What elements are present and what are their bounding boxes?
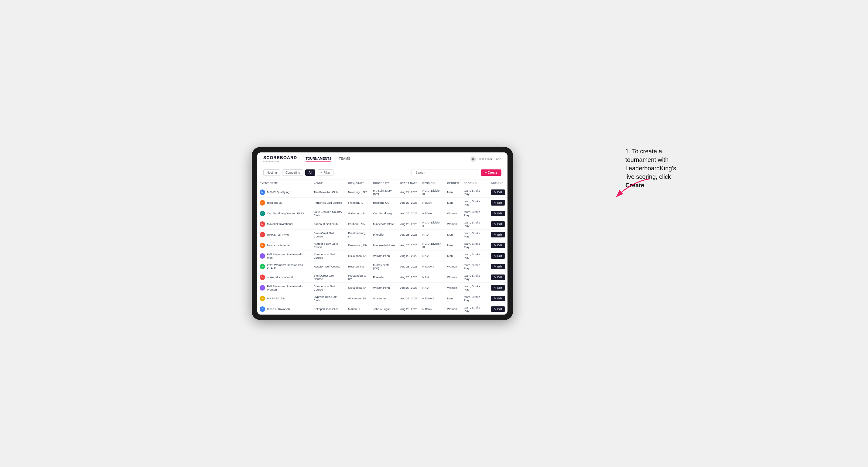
brand-title: SCOREBOARD — [263, 155, 297, 160]
cell-venue: StoneCrest Golf Course — [311, 229, 346, 240]
create-button[interactable]: + Create — [481, 169, 501, 176]
nav-left: SCOREBOARD Powered by Clippt TOURNAMENTS… — [263, 155, 350, 162]
table-row: M MSMC Qualifying 1 The Powelton Club Ne… — [257, 187, 507, 197]
cell-hosted: William Penn — [371, 282, 398, 293]
cell-venue: Park Hills Golf Course — [311, 197, 346, 208]
table-row: H Highland 36 Park Hills Golf Course Fre… — [257, 197, 507, 208]
edit-pencil-icon: ✎ — [494, 308, 496, 311]
cell-date: Aug 28, 2023 — [398, 272, 420, 282]
edit-button[interactable]: ✎ Edit — [491, 296, 505, 301]
th-start-date: START DATE — [398, 180, 420, 187]
table-row: M Morris Invitational Ruttger's Bay Lake… — [257, 240, 507, 250]
nav-links: TOURNAMENTS TEAMS — [306, 157, 350, 161]
cell-hosted: Vincennes — [371, 293, 398, 304]
cell-division: NJCAA II — [420, 293, 445, 304]
events-table-wrapper: EVENT NAME VENUE CITY, STATE HOSTED BY S… — [257, 180, 507, 315]
cell-event-name: M MSMC Qualifying 1 — [257, 187, 311, 197]
cell-date: Aug 28, 2023 — [398, 304, 420, 314]
cell-scoring: team, Stroke Play — [461, 197, 488, 208]
annotation-line1: 1. To create a — [625, 147, 707, 155]
cell-city: Newburgh, NY — [346, 187, 371, 197]
cell-scoring: team, Stroke Play — [461, 272, 488, 282]
cell-hosted: Murray State (OK) — [371, 261, 398, 272]
cell-gender: Men — [445, 229, 461, 240]
th-scoring: SCORING — [461, 180, 488, 187]
cell-date: Aug 28, 2023 — [398, 282, 420, 293]
filter-left: Hosting Competing All ≡ Filter — [263, 169, 334, 176]
table-head: EVENT NAME VENUE CITY, STATE HOSTED BY S… — [257, 180, 507, 187]
cell-venue: Kokopelli Golf Club — [311, 304, 346, 314]
cell-hosted: Highland CC — [371, 197, 398, 208]
cell-city: Vincennes, IN — [346, 293, 371, 304]
event-name-text: MSMC Qualifying 1 — [267, 190, 292, 194]
cell-gender: Women — [445, 304, 461, 314]
cell-date: Aug 26, 2023 — [398, 208, 420, 219]
brand-sub: Powered by Clippt — [263, 160, 297, 163]
competing-filter-btn[interactable]: Competing — [282, 169, 303, 176]
edit-button[interactable]: ✎ Edit — [491, 211, 505, 216]
cell-gender: Women — [445, 219, 461, 229]
cell-division: NJCAA I — [420, 304, 445, 314]
edit-button[interactable]: ✎ Edit — [491, 232, 505, 238]
cell-city: Oskaloosa, IA — [346, 250, 371, 261]
edit-button[interactable]: ✎ Edit — [491, 264, 505, 269]
sign-in-link[interactable]: Sign — [495, 157, 501, 161]
edit-button[interactable]: ✎ Edit — [491, 189, 505, 195]
annotation-line5: Create. — [625, 181, 707, 189]
cell-scoring: team, Stroke Play — [461, 187, 488, 197]
hosting-filter-btn[interactable]: Hosting — [263, 169, 280, 176]
cell-event-name: U upike fall invitational — [257, 272, 311, 282]
table-body: M MSMC Qualifying 1 The Powelton Club Ne… — [257, 187, 507, 314]
event-avatar: V — [260, 296, 265, 301]
all-filter-btn[interactable]: All — [305, 169, 315, 176]
cell-city: Oskaloosa, IA — [346, 282, 371, 293]
cell-venue: The Powelton Club — [311, 187, 346, 197]
cell-actions: ✎ Edit — [488, 282, 507, 293]
table-row: V VU PREVIEW Cypress Hills Golf Club Vin… — [257, 293, 507, 304]
tablet-screen: SCOREBOARD Powered by Clippt TOURNAMENTS… — [257, 152, 507, 314]
edit-button[interactable]: ✎ Edit — [491, 306, 505, 312]
edit-pencil-icon: ✎ — [494, 286, 496, 289]
table-header-row: EVENT NAME VENUE CITY, STATE HOSTED BY S… — [257, 180, 507, 187]
table-row: F Fall Statesmen Invitational - Women Ed… — [257, 282, 507, 293]
cell-actions: ✎ Edit — [488, 261, 507, 272]
cell-venue: Faribault Golf Club — [311, 219, 346, 229]
edit-button[interactable]: ✎ Edit — [491, 285, 505, 290]
event-avatar: M — [260, 221, 265, 227]
filter-icon: ≡ — [320, 171, 322, 174]
cell-division: NAIA — [420, 272, 445, 282]
th-venue: VENUE — [311, 180, 346, 187]
cell-date: Aug 28, 2023 — [398, 219, 420, 229]
table-row: 2 2023 Women's Hesston Fall Kickoff Hess… — [257, 261, 507, 272]
cell-venue: Cypress Hills Golf Club — [311, 293, 346, 304]
edit-button[interactable]: ✎ Edit — [491, 221, 505, 227]
event-name-text: Klash at Kokopelli — [267, 307, 290, 311]
cell-date: Aug 28, 2023 — [398, 261, 420, 272]
event-avatar: M — [260, 189, 265, 195]
edit-button[interactable]: ✎ Edit — [491, 275, 505, 280]
brand: SCOREBOARD Powered by Clippt — [263, 155, 297, 162]
cell-scoring: team, Stroke Play — [461, 304, 488, 314]
cell-actions: ✎ Edit — [488, 272, 507, 282]
edit-button[interactable]: ✎ Edit — [491, 253, 505, 259]
gear-icon[interactable]: ⚙ — [470, 156, 476, 162]
event-avatar: C — [260, 211, 265, 216]
cell-city: Galesburg, IL — [346, 208, 371, 219]
cell-division: NAIA — [420, 250, 445, 261]
nav-link-teams[interactable]: TEAMS — [339, 157, 350, 161]
cell-actions: ✎ Edit — [488, 229, 507, 240]
cell-hosted: Minnesota-Morris — [371, 240, 398, 250]
edit-button[interactable]: ✎ Edit — [491, 200, 505, 206]
cell-scoring: team, Stroke Play — [461, 293, 488, 304]
edit-pencil-icon: ✎ — [494, 201, 496, 204]
event-avatar: M — [260, 243, 265, 248]
nav-link-tournaments[interactable]: TOURNAMENTS — [306, 157, 331, 161]
filter-icon-btn[interactable]: ≡ Filter — [317, 169, 334, 176]
filter-right: + Create — [411, 169, 501, 176]
search-input[interactable] — [411, 169, 478, 176]
edit-button[interactable]: ✎ Edit — [491, 243, 505, 248]
event-avatar: U — [260, 232, 265, 238]
tablet-frame: SCOREBOARD Powered by Clippt TOURNAMENTS… — [252, 147, 513, 320]
cell-date: Aug 25, 2023 — [398, 197, 420, 208]
cell-venue: StoneCrest Golf Course — [311, 272, 346, 282]
